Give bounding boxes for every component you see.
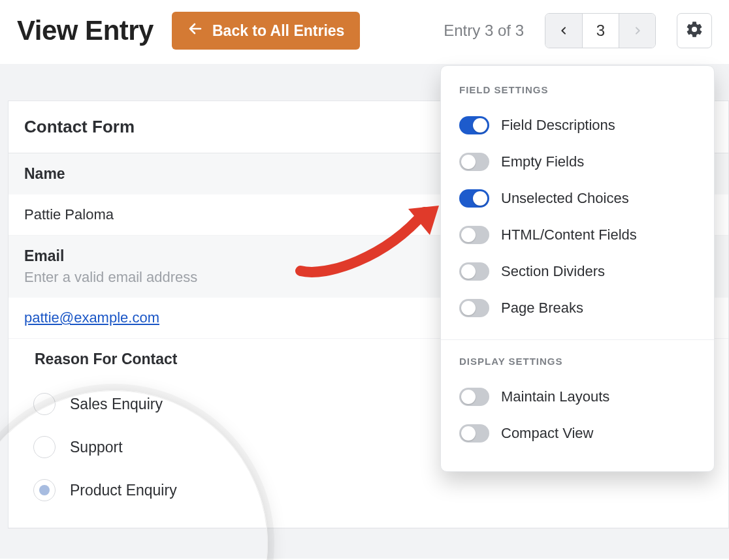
toggle-label: Page Breaks bbox=[501, 300, 583, 317]
entry-position-text: Entry 3 of 3 bbox=[444, 22, 524, 40]
settings-toggle-row[interactable]: Unselected Choices bbox=[441, 180, 714, 217]
toggle-switch[interactable] bbox=[459, 189, 489, 208]
choice-label: Support bbox=[70, 439, 123, 456]
choice-label: Product Enquiry bbox=[70, 482, 177, 499]
radio-icon bbox=[33, 436, 56, 458]
toggle-label: Compact View bbox=[501, 425, 593, 442]
toggle-label: Section Dividers bbox=[501, 263, 605, 280]
toggle-label: Empty Fields bbox=[501, 153, 584, 170]
settings-toggle-row[interactable]: Field Descriptions bbox=[441, 107, 714, 144]
toggle-label: HTML/Content Fields bbox=[501, 226, 637, 243]
settings-toggle-row[interactable]: HTML/Content Fields bbox=[441, 217, 714, 253]
choice-label: Sales Enquiry bbox=[70, 396, 163, 413]
toggle-switch[interactable] bbox=[459, 226, 489, 244]
header-bar: View Entry Back to All Entries Entry 3 o… bbox=[0, 0, 729, 64]
current-entry-number: 3 bbox=[582, 14, 619, 48]
email-link[interactable]: pattie@example.com bbox=[24, 309, 159, 326]
chevron-left-icon bbox=[559, 22, 569, 40]
settings-dropdown: FIELD SETTINGS Field DescriptionsEmpty F… bbox=[440, 65, 715, 472]
gear-icon bbox=[685, 20, 704, 41]
header-right: Entry 3 of 3 3 bbox=[444, 13, 712, 48]
settings-toggle-row[interactable]: Maintain Layouts bbox=[441, 379, 714, 415]
toggle-switch[interactable] bbox=[459, 116, 489, 134]
back-to-entries-button[interactable]: Back to All Entries bbox=[172, 12, 360, 50]
choice-option[interactable]: Product Enquiry bbox=[33, 469, 713, 512]
dropdown-section-display: DISPLAY SETTINGS bbox=[441, 356, 714, 379]
arrow-left-icon bbox=[187, 21, 203, 40]
chevron-right-icon bbox=[632, 22, 643, 40]
toggle-label: Maintain Layouts bbox=[501, 388, 609, 405]
settings-toggle-row[interactable]: Empty Fields bbox=[441, 144, 714, 180]
toggle-switch[interactable] bbox=[459, 153, 489, 171]
radio-icon bbox=[33, 393, 56, 415]
toggle-switch[interactable] bbox=[459, 424, 489, 443]
toggle-switch[interactable] bbox=[459, 388, 489, 406]
prev-entry-button[interactable] bbox=[545, 14, 582, 48]
dropdown-divider bbox=[441, 339, 714, 340]
toggle-switch[interactable] bbox=[459, 299, 489, 317]
settings-toggle-row[interactable]: Compact View bbox=[441, 415, 714, 452]
settings-button[interactable] bbox=[677, 13, 712, 48]
back-button-label: Back to All Entries bbox=[212, 22, 344, 40]
entry-pager: 3 bbox=[545, 13, 656, 48]
toggle-label: Unselected Choices bbox=[501, 190, 629, 207]
settings-toggle-row[interactable]: Page Breaks bbox=[441, 290, 714, 326]
radio-icon bbox=[33, 479, 56, 501]
toggle-label: Field Descriptions bbox=[501, 117, 615, 134]
settings-toggle-row[interactable]: Section Dividers bbox=[441, 253, 714, 290]
dropdown-section-field: FIELD SETTINGS bbox=[441, 84, 714, 107]
page-title: View Entry bbox=[17, 15, 154, 46]
next-entry-button[interactable] bbox=[619, 14, 655, 48]
toggle-switch[interactable] bbox=[459, 262, 489, 281]
